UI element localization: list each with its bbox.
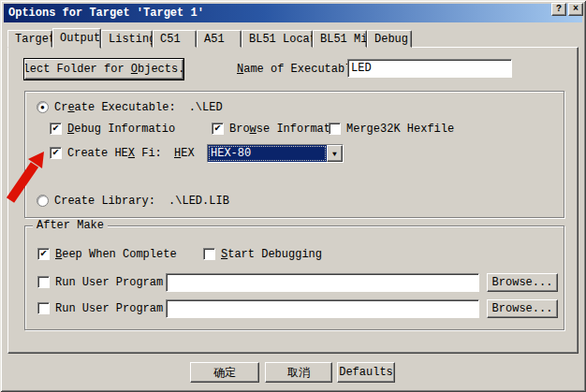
dialog-title: Options for Target 'Target 1' xyxy=(8,7,204,20)
check-mark: ✔ xyxy=(52,123,59,134)
run-user-program-1-row: Run User Program #1 xyxy=(37,275,183,289)
start-debugging-row: Start Debugging xyxy=(203,247,322,261)
output-options-group: ● Create Executable: .\LED ✔ Debug Infor… xyxy=(24,91,564,218)
debug-information-checkbox[interactable]: ✔ xyxy=(50,123,62,135)
tab-listing[interactable]: Listing xyxy=(101,30,153,48)
after-make-group-title: After Make xyxy=(33,219,108,232)
create-executable-radio[interactable]: ● xyxy=(37,101,49,113)
options-for-target-dialog: Options for Target 'Target 1' ? × Target… xyxy=(0,0,586,392)
select-folder-for-objects-button[interactable]: elect Folder for Objects.. xyxy=(24,59,183,80)
merge32k-hexfile-checkbox[interactable] xyxy=(329,123,341,135)
debug-information-row: ✔ Debug Informatio xyxy=(50,122,175,136)
combobox-dropdown-button[interactable]: ▼ xyxy=(327,145,343,162)
browse-2-button[interactable]: Browse... xyxy=(487,299,558,318)
defaults-button[interactable]: Defaults xyxy=(337,362,395,383)
run-user-program-2-checkbox[interactable] xyxy=(37,302,50,314)
browse-information-checkbox[interactable]: ✔ xyxy=(212,123,224,135)
after-make-group: After Make ✔ Beep When Complete Start De… xyxy=(24,225,564,330)
hex-format-combobox[interactable]: HEX-80 ▼ xyxy=(207,144,344,163)
tab-target[interactable]: Target xyxy=(7,30,52,48)
beep-when-complete-checkbox[interactable]: ✔ xyxy=(37,248,50,260)
run-user-program-1-checkbox[interactable] xyxy=(37,276,50,288)
close-button[interactable]: × xyxy=(568,3,583,16)
title-bar-buttons: ? × xyxy=(551,3,583,16)
check-mark: ✔ xyxy=(214,123,221,134)
run-user-program-1-input[interactable] xyxy=(167,274,478,291)
run-user-program-2-input[interactable] xyxy=(167,300,478,317)
tab-a51[interactable]: A51 xyxy=(197,30,242,48)
hex-format-selected-value: HEX-80 xyxy=(208,145,327,162)
create-executable-label: Create Executable: xyxy=(54,101,176,114)
name-of-executable-label: Name of Executable: xyxy=(237,61,365,78)
cancel-button[interactable]: 取消 xyxy=(265,362,332,383)
chevron-down-icon: ▼ xyxy=(332,150,337,158)
tab-c51[interactable]: C51 xyxy=(153,30,197,48)
create-hex-file-label: Create HEX Fi: xyxy=(67,147,162,160)
name-of-executable-input[interactable] xyxy=(348,60,511,77)
merge32k-hexfile-label: Merge32K Hexfile xyxy=(346,123,454,136)
beep-when-complete-row: ✔ Beep When Complete xyxy=(37,247,177,261)
merge32k-hexfile-row: Merge32K Hexfile xyxy=(329,122,454,136)
browse-1-button[interactable]: Browse... xyxy=(487,273,558,292)
check-mark: ✔ xyxy=(52,148,59,158)
run-user-program-2-field-frame xyxy=(166,299,479,318)
help-button[interactable]: ? xyxy=(551,3,566,16)
run-user-program-2-row: Run User Program #2 xyxy=(37,301,183,315)
create-executable-path: .\LED xyxy=(189,101,223,114)
create-library-path: .\LED.LIB xyxy=(168,195,229,208)
radio-dot: ● xyxy=(40,104,45,111)
close-icon: × xyxy=(573,5,579,14)
tab-strip: Target Output Listing C51 A51 BL51 Locat… xyxy=(7,27,412,48)
debug-information-label: Debug Informatio xyxy=(67,123,175,136)
ok-button[interactable]: 确定 xyxy=(190,362,259,383)
create-library-radio[interactable] xyxy=(37,195,49,207)
help-icon: ? xyxy=(556,5,562,14)
name-of-executable-field-frame xyxy=(347,59,512,78)
create-library-label: Create Library: xyxy=(54,195,155,208)
create-hex-file-row: ✔ Create HEX Fi: xyxy=(50,146,162,160)
start-debugging-label: Start Debugging xyxy=(221,248,322,261)
start-debugging-checkbox[interactable] xyxy=(203,248,215,260)
check-mark: ✔ xyxy=(40,249,47,259)
hex-format-label: HEX xyxy=(174,146,195,160)
browse-information-label: Browse Informati xyxy=(229,123,337,136)
title-bar[interactable]: Options for Target 'Target 1' xyxy=(4,4,582,22)
run-user-program-2-label: Run User Program #2 xyxy=(55,302,183,315)
tab-bl51-misc[interactable]: BL51 Misc xyxy=(313,30,367,48)
create-library-row: Create Library: .\LED.LIB xyxy=(37,194,229,208)
create-hex-file-checkbox[interactable]: ✔ xyxy=(50,147,62,159)
run-user-program-1-label: Run User Program #1 xyxy=(55,276,183,289)
output-tab-panel: elect Folder for Objects.. Name of Execu… xyxy=(7,47,579,354)
beep-when-complete-label: Beep When Complete xyxy=(55,248,177,261)
tab-bl51-locate[interactable]: BL51 Locate xyxy=(242,30,313,48)
run-user-program-1-field-frame xyxy=(166,273,479,292)
browse-information-row: ✔ Browse Informati xyxy=(212,122,337,136)
tab-output[interactable]: Output xyxy=(52,28,101,49)
create-executable-row: ● Create Executable: .\LED xyxy=(37,100,223,114)
tab-debug[interactable]: Debug xyxy=(367,30,412,48)
